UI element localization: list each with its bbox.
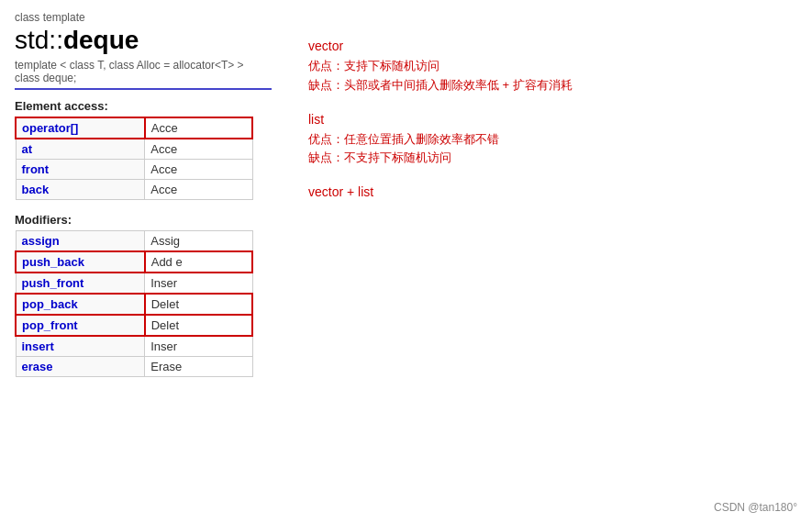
api-desc: Erase: [145, 357, 252, 377]
section-detail: 优点：支持下标随机访问: [308, 57, 797, 76]
section-detail: 优点：任意位置插入删除效率都不错: [308, 130, 797, 150]
section-title: list: [308, 112, 797, 127]
table-row: operator[]Acce: [16, 117, 252, 139]
right-section: vector优点：支持下标随机访问缺点：头部或者中间插入删除效率低 + 扩容有消…: [308, 39, 797, 95]
element-access-header: Element access:: [15, 99, 272, 113]
right-section: list优点：任意位置插入删除效率都不错缺点：不支持下标随机访问: [308, 112, 797, 169]
api-name[interactable]: pop_back: [16, 294, 145, 315]
api-desc: Acce: [145, 180, 252, 200]
table-row: pop_backDelet: [16, 294, 252, 315]
api-name[interactable]: insert: [16, 336, 145, 357]
api-name[interactable]: push_back: [16, 251, 145, 273]
api-desc: Acce: [145, 160, 252, 180]
left-panel: class template std::deque template < cla…: [15, 11, 272, 512]
api-name[interactable]: push_front: [16, 273, 145, 294]
table-row: pop_frontDelet: [16, 315, 252, 336]
class-name-text: deque: [63, 26, 139, 54]
table-row: push_backAdd e: [16, 251, 252, 273]
template-signature: template < class T, class Alloc = alloca…: [15, 59, 272, 90]
api-name[interactable]: pop_front: [16, 315, 145, 336]
class-template-label: class template: [15, 11, 272, 24]
section-detail: 缺点：头部或者中间插入删除效率低 + 扩容有消耗: [308, 76, 797, 95]
table-row: backAcce: [16, 180, 252, 200]
modifiers-table: assignAssigpush_backAdd epush_frontInser…: [15, 230, 253, 377]
api-name[interactable]: erase: [16, 357, 145, 377]
table-row: insertInser: [16, 336, 252, 357]
section-title: vector: [308, 39, 797, 53]
table-row: eraseErase: [16, 357, 252, 377]
api-name[interactable]: front: [16, 160, 145, 180]
api-name[interactable]: back: [16, 180, 145, 200]
table-row: atAcce: [16, 139, 252, 160]
api-desc: Inser: [145, 273, 252, 294]
right-section: vector + list: [308, 184, 797, 199]
section-title: vector + list: [308, 184, 797, 199]
api-desc: Assig: [145, 231, 252, 252]
api-desc: Add e: [145, 251, 252, 273]
api-desc: Acce: [145, 117, 252, 139]
table-row: assignAssig: [16, 231, 252, 252]
element-access-table: operator[]AcceatAccefrontAccebackAcce: [15, 117, 253, 200]
table-row: frontAcce: [16, 160, 252, 180]
api-name[interactable]: assign: [16, 231, 145, 252]
right-panel: vector优点：支持下标随机访问缺点：头部或者中间插入删除效率低 + 扩容有消…: [272, 11, 797, 512]
api-name[interactable]: at: [16, 139, 145, 160]
api-desc: Acce: [145, 139, 252, 160]
api-desc: Delet: [145, 315, 252, 336]
class-name: std::deque: [15, 26, 272, 55]
namespace-prefix: std::: [15, 26, 63, 54]
page-container: class template std::deque template < cla…: [0, 0, 812, 523]
api-name[interactable]: operator[]: [16, 117, 145, 139]
api-desc: Inser: [145, 336, 252, 357]
api-desc: Delet: [145, 294, 252, 315]
section-detail: 缺点：不支持下标随机访问: [308, 149, 797, 168]
watermark: CSDN @tan180°: [714, 501, 797, 514]
table-row: push_frontInser: [16, 273, 252, 294]
modifiers-header: Modifiers:: [15, 213, 272, 227]
